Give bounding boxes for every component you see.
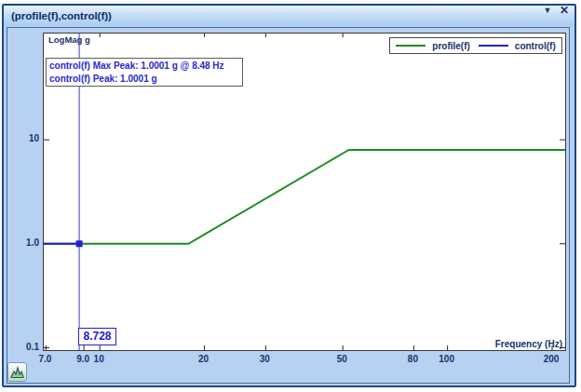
window-close-icon[interactable]: ✕	[557, 0, 572, 20]
control-line-swatch	[479, 45, 508, 47]
peak-text: control(f) Peak: 1.0001 g	[49, 73, 239, 86]
plot-type-button[interactable]	[7, 362, 27, 382]
x-tick-label: 10	[86, 354, 112, 364]
y-tick-label: 0.1	[11, 342, 39, 352]
legend-label-profile: profile(f)	[432, 41, 470, 51]
legend: profile(f) control(f)	[389, 37, 562, 54]
trace-profilef	[44, 150, 565, 244]
window-title: (profile(f),control(f))	[11, 10, 112, 21]
x-tick-label: 200	[538, 354, 564, 364]
x-axis-title: Frequency (Hz)	[495, 339, 562, 349]
y-tick-label: 1.0	[11, 237, 39, 248]
window-menu-dropdown-icon[interactable]: ▼	[540, 0, 555, 20]
x-tick-label: 80	[399, 354, 426, 364]
peak-annotation-box: control(f) Max Peak: 1.0001 g @ 8.48 Hz …	[46, 58, 243, 87]
x-tick-label: 100	[434, 354, 460, 364]
window-titlebar[interactable]: (profile(f),control(f))	[4, 6, 574, 26]
y-axis-units-label: LogMag g	[48, 34, 90, 45]
x-tick-label: 50	[329, 354, 355, 364]
max-peak-text: control(f) Max Peak: 1.0001 g @ 8.48 Hz	[49, 60, 239, 73]
legend-label-control: control(f)	[515, 41, 556, 51]
legend-item-control: control(f)	[479, 41, 556, 51]
y-tick-label: 10	[11, 133, 39, 143]
x-tick-label: 7.0	[32, 354, 58, 364]
x-tick-label: 20	[191, 354, 217, 364]
x-tick-label: 30	[251, 354, 277, 364]
profile-line-swatch	[396, 45, 426, 47]
spectrum-chart-icon	[10, 366, 24, 378]
legend-item-profile: profile(f)	[396, 41, 470, 51]
cursor-frequency-readout[interactable]: 8.728	[78, 328, 116, 345]
app-window: (profile(f),control(f)) ▼ ✕ LogMag g Fre…	[0, 0, 581, 392]
cursor-marker[interactable]	[76, 240, 83, 247]
